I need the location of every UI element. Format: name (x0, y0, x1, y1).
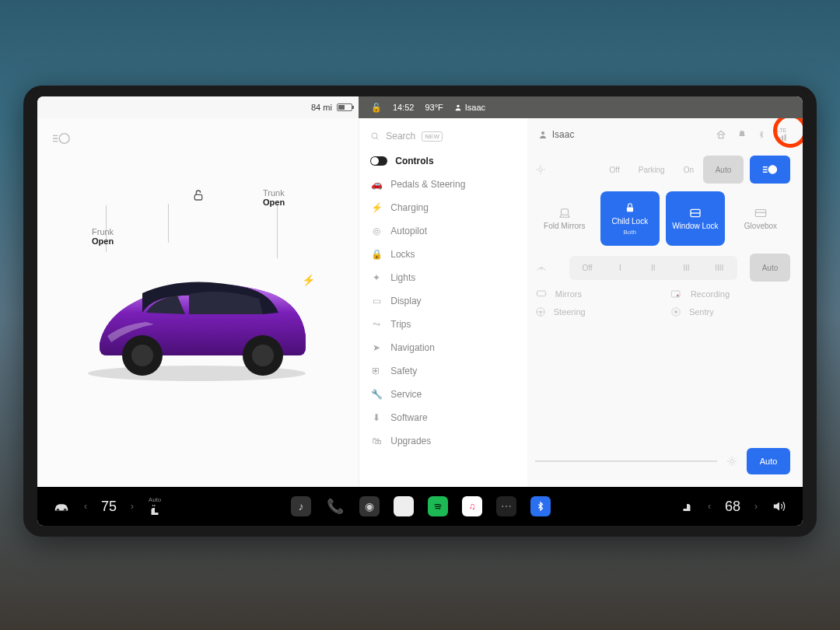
lights-auto[interactable]: Auto (703, 156, 744, 184)
wiper-2[interactable]: II (637, 257, 670, 278)
search-row[interactable]: Search NEW (359, 126, 527, 146)
wiper-off[interactable]: Off (571, 257, 604, 278)
homelink-icon[interactable] (716, 129, 726, 140)
svg-line-12 (376, 138, 379, 140)
dashcam-recording[interactable]: Recording (670, 289, 790, 299)
svg-point-44 (674, 310, 677, 313)
temp-right-down[interactable]: ‹ (708, 501, 711, 512)
sentry-mode[interactable]: Sentry (670, 306, 790, 317)
menu-item-autopilot[interactable]: ◎Autopilot (359, 219, 527, 243)
phone-app-icon[interactable]: 📞 (325, 496, 345, 516)
apple-music-icon[interactable]: ♫ (462, 496, 482, 516)
download-icon: ⬇ (370, 412, 383, 423)
menu-item-pedals-steering[interactable]: 🚗Pedals & Steering (359, 173, 527, 196)
trunk-button[interactable]: Trunk Open (263, 188, 285, 207)
svg-point-1 (59, 134, 69, 144)
lock-status-icon: 🔓 (371, 103, 382, 113)
menu-item-upgrades[interactable]: 🛍Upgrades (359, 429, 527, 453)
volume-icon[interactable] (772, 500, 787, 513)
more-apps-icon[interactable]: ⋯ (496, 496, 516, 516)
calendar-app-icon[interactable] (394, 496, 414, 516)
passenger-temp[interactable]: 68 (725, 499, 740, 515)
lights-icon (535, 164, 546, 175)
seat-heater-left[interactable]: Auto (148, 497, 162, 516)
headlight-icon[interactable] (53, 132, 70, 145)
car-visual-pane: Frunk Open Trunk Open ⚡ (37, 118, 359, 487)
temp-right-up[interactable]: › (754, 501, 758, 512)
fold-mirrors-tile[interactable]: Fold Mirrors (535, 191, 594, 246)
camera-app-icon[interactable]: ◉ (359, 496, 380, 516)
spotify-icon[interactable] (428, 496, 448, 516)
svg-point-45 (730, 460, 734, 464)
tablet-frame: 84 mi 🔓 14:52 93°F Isaac (23, 86, 817, 537)
search-icon (370, 131, 380, 141)
controls-pane: Isaac LTE O (527, 118, 803, 487)
brightness-auto[interactable]: Auto (747, 448, 790, 474)
driver-temp[interactable]: 75 (101, 499, 117, 515)
wiper-icon (535, 262, 563, 273)
menu-item-lights[interactable]: ✦Lights (359, 266, 527, 289)
temp-left-down[interactable]: ‹ (84, 501, 87, 512)
car-render (68, 250, 317, 383)
menu-item-software[interactable]: ⬇Software (359, 406, 527, 429)
status-bar: 84 mi 🔓 14:52 93°F Isaac (37, 96, 803, 118)
bag-icon: 🛍 (370, 436, 383, 446)
seat-heater-right[interactable] (680, 499, 694, 513)
menu-item-locks[interactable]: 🔒Locks (359, 243, 527, 266)
svg-point-39 (540, 311, 541, 313)
shield-icon: ⛨ (370, 366, 383, 376)
main: Frunk Open Trunk Open ⚡ (37, 118, 803, 487)
high-beam-button[interactable] (750, 156, 790, 184)
mirrors-adjust[interactable]: Mirrors (535, 289, 655, 299)
lights-off[interactable]: Off (600, 159, 629, 180)
frunk-button[interactable]: Frunk Open (92, 227, 114, 246)
notification-icon[interactable] (737, 129, 747, 140)
menu-item-service[interactable]: 🔧Service (359, 383, 527, 406)
brightness-slider[interactable] (535, 460, 717, 462)
svg-point-13 (541, 131, 544, 135)
menu-item-charging[interactable]: ⚡Charging (359, 196, 527, 219)
wiper-4[interactable]: IIII (703, 257, 736, 278)
profile-chip[interactable]: Isaac (538, 129, 575, 140)
lights-parking[interactable]: Parking (629, 159, 674, 180)
bluetooth-app-icon[interactable] (530, 496, 551, 516)
menu-item-display[interactable]: ▭Display (359, 289, 527, 313)
svg-point-54 (57, 509, 60, 512)
menu-item-controls[interactable]: Controls (359, 149, 527, 173)
wiper-auto[interactable]: Auto (750, 254, 790, 282)
wiper-3[interactable]: III (670, 257, 702, 278)
bottom-dock: ‹ 75 › Auto ♪ 📞 ◉ ♫ ⋯ ‹ 68 › (37, 487, 803, 526)
temp-left-up[interactable]: › (131, 501, 134, 512)
car-app-icon[interactable] (53, 500, 70, 513)
unlock-icon[interactable] (192, 188, 205, 202)
lights-on[interactable]: On (674, 159, 703, 180)
svg-point-24 (768, 166, 776, 173)
settings-menu: Search NEW Controls🚗Pedals & Steering⚡Ch… (359, 118, 527, 487)
music-app-icon[interactable]: ♪ (291, 496, 311, 516)
svg-rect-32 (755, 209, 766, 216)
brightness-max-icon (726, 456, 737, 467)
toggle-icon (370, 156, 387, 166)
new-badge: NEW (422, 131, 443, 142)
svg-rect-28 (561, 208, 568, 215)
svg-rect-14 (719, 135, 723, 138)
bluetooth-icon[interactable] (758, 129, 765, 140)
child-lock-tile[interactable]: Child Lock Both (600, 191, 660, 246)
svg-point-11 (372, 133, 377, 138)
wiper-1[interactable]: I (604, 257, 636, 278)
battery-icon (337, 103, 352, 111)
bolt-icon: ⚡ (370, 202, 383, 213)
outside-temp: 93°F (425, 103, 443, 112)
svg-line-50 (729, 458, 730, 459)
svg-point-19 (538, 168, 542, 172)
glovebox-tile[interactable]: Glovebox (731, 191, 790, 246)
window-lock-tile[interactable]: Window Lock (666, 191, 725, 246)
menu-item-trips[interactable]: ⤳Trips (359, 313, 527, 336)
svg-rect-35 (537, 291, 545, 296)
menu-item-navigation[interactable]: ➤Navigation (359, 336, 527, 359)
menu-item-safety[interactable]: ⛨Safety (359, 359, 527, 383)
svg-line-53 (734, 458, 735, 459)
nav-icon: ➤ (370, 342, 383, 353)
wheel-icon: ◎ (370, 226, 383, 236)
steering-adjust[interactable]: Steering (535, 306, 655, 317)
